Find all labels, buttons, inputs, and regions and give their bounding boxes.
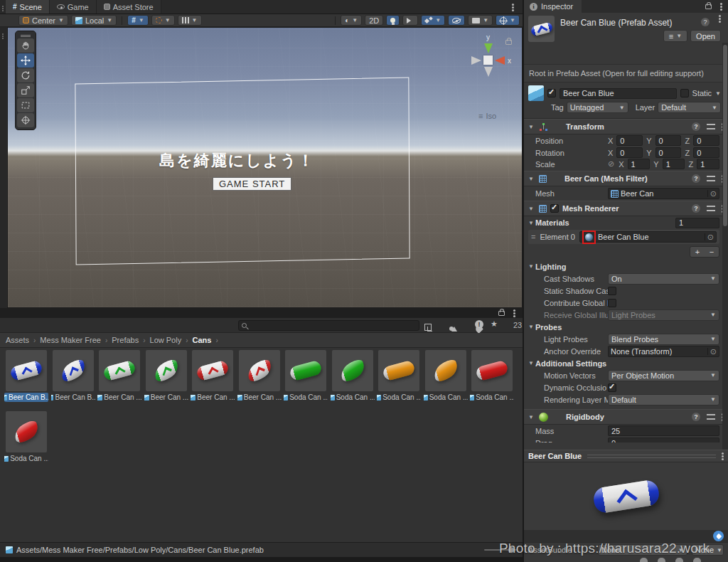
orientation-dropdown[interactable]: Local ▼ <box>71 15 117 26</box>
inspector-lock-icon[interactable] <box>705 4 712 9</box>
asset-thumbnail[interactable] <box>6 350 47 391</box>
transform-component-header[interactable]: ▼ Transform ? <box>524 119 728 134</box>
mesh-filter-component-header[interactable]: ▼ Beer Can (Mesh Filter) ? <box>524 171 728 186</box>
gizmo-y-axis-cone[interactable] <box>484 43 493 53</box>
object-picker-icon[interactable]: ⊙ <box>707 190 717 197</box>
component-enabled-checkbox[interactable] <box>550 204 559 213</box>
rect-tool-button[interactable] <box>17 98 34 112</box>
asset-thumbnail[interactable] <box>285 350 326 391</box>
rigidbody-component-header[interactable]: ▼ Rigidbody ? <box>524 409 728 425</box>
position-z-field[interactable]: 0 <box>693 135 719 146</box>
search-by-type-icon[interactable] <box>449 324 457 331</box>
header-menu-icon[interactable] <box>719 18 721 20</box>
foldout-icon[interactable]: ▼ <box>528 206 535 212</box>
breadcrumb-assets[interactable]: Assets <box>6 336 29 344</box>
tab-game[interactable]: Game <box>50 0 97 14</box>
material-element-row[interactable]: = Element 0 Beer Can Blue ⊙ <box>528 230 719 244</box>
dynamic-occlusion-checkbox[interactable] <box>608 383 616 392</box>
scene-view[interactable]: 島を綺麗にしよう！ GAME START y x ≡ Iso <box>7 27 523 308</box>
scene-window-menu-icon[interactable] <box>512 6 514 9</box>
material-object-field[interactable]: Beer Can Blue ⊙ <box>579 231 717 243</box>
foldout-icon[interactable]: ▼ <box>524 220 535 226</box>
mesh-object-field[interactable]: Beer Can ⊙ <box>608 188 719 199</box>
presets-icon[interactable] <box>707 123 715 130</box>
preview-viewport[interactable] <box>524 462 728 530</box>
preview-header[interactable]: Beer Can Blue <box>524 450 728 462</box>
properties-dropdown-button[interactable]: ≡ ▼ <box>663 30 687 42</box>
gizmo-bottom-axis-cone[interactable] <box>484 67 493 77</box>
scale-y-field[interactable]: 1 <box>663 159 685 169</box>
mesh-renderer-component-header[interactable]: ▼ Mesh Renderer ? <box>524 201 728 216</box>
asset-label[interactable]: Soda Can ... <box>470 393 514 402</box>
scale-x-field[interactable]: 1 <box>628 159 651 169</box>
effects-dropdown[interactable]: ▼ <box>421 15 445 26</box>
inspector-menu-icon[interactable] <box>720 6 722 8</box>
open-search-window-icon[interactable] <box>424 324 432 331</box>
light-probes-dropdown[interactable]: Blend Probes▼ <box>608 334 719 345</box>
asset-thumbnail[interactable] <box>332 350 373 391</box>
asset-label[interactable]: Beer Can ... <box>237 393 282 402</box>
help-icon[interactable]: ? <box>692 122 700 131</box>
game-object-cube-icon[interactable] <box>528 85 544 101</box>
presets-icon[interactable] <box>707 413 715 420</box>
camera-settings-dropdown[interactable]: ▼ <box>468 15 493 26</box>
asset-item[interactable]: Soda Can ... <box>331 350 375 402</box>
inspector-scrollbar[interactable] <box>722 43 728 450</box>
scale-tool-button[interactable] <box>17 83 34 97</box>
drag-field[interactable]: 0 <box>608 438 719 442</box>
layer-dropdown[interactable]: Default ▼ <box>658 102 721 113</box>
palette-drag-handle[interactable] <box>17 33 34 38</box>
project-menu-icon[interactable] <box>513 312 515 314</box>
increment-snap-button[interactable]: ▼ <box>178 15 202 26</box>
asset-labels-button[interactable] <box>713 531 724 541</box>
rotation-snap-button[interactable]: ▼ <box>151 15 175 26</box>
scene-audio-toggle[interactable] <box>402 15 418 26</box>
position-y-field[interactable]: 0 <box>655 135 682 146</box>
projection-mode[interactable]: ≡ Iso <box>478 112 496 120</box>
lighting-section-header[interactable]: ▼ Lighting <box>524 260 728 272</box>
asset-thumbnail[interactable] <box>99 350 140 391</box>
object-picker-icon[interactable]: ⊙ <box>705 233 714 240</box>
breadcrumb-mess-maker-free[interactable]: Mess Maker Free <box>40 336 101 344</box>
probes-section-header[interactable]: ▼ Probes <box>524 321 728 333</box>
asset-label[interactable]: Beer Can B... <box>51 393 95 402</box>
asset-item[interactable]: Soda Can ... <box>470 350 514 402</box>
open-prefab-button[interactable]: Open <box>690 30 721 42</box>
asset-thumbnail[interactable] <box>6 411 47 452</box>
help-icon[interactable]: ? <box>692 174 700 183</box>
importance-filter-icon[interactable]: ! <box>475 320 483 329</box>
mass-field[interactable]: 25 <box>608 425 719 436</box>
asset-item[interactable]: Soda Can ... <box>284 350 328 402</box>
asset-label[interactable]: Soda Can ... <box>377 393 421 402</box>
rotation-z-field[interactable]: 0 <box>693 147 719 158</box>
scrollbar-thumb[interactable] <box>723 45 727 226</box>
grid-snap-button[interactable]: # ▼ <box>127 15 148 26</box>
presets-icon[interactable] <box>707 205 715 212</box>
tab-asset-store[interactable]: Asset Store <box>97 0 161 14</box>
link-constraint-icon[interactable]: ⊘ <box>608 159 614 169</box>
lock-icon[interactable] <box>498 311 505 316</box>
tab-scene[interactable]: # Scene <box>6 0 50 14</box>
help-icon[interactable]: ? <box>692 413 700 421</box>
asset-label[interactable]: Soda Can ... <box>424 393 468 402</box>
favorites-star-icon[interactable]: ★ <box>491 319 498 329</box>
foldout-icon[interactable]: ▼ <box>528 360 535 366</box>
shading-mode-dropdown[interactable]: ◐ ▼ <box>341 15 362 26</box>
asset-thumbnail[interactable] <box>239 350 280 391</box>
hand-tool-button[interactable] <box>17 38 34 53</box>
anchor-override-field[interactable]: None (Transform)⊙ <box>608 346 719 357</box>
game-object-name-field[interactable]: Beer Can Blue <box>560 88 677 99</box>
active-checkbox[interactable] <box>547 89 556 97</box>
asset-thumbnail[interactable] <box>192 350 233 391</box>
asset-label[interactable]: Soda Can ... <box>4 454 48 463</box>
asset-thumbnail[interactable] <box>425 350 466 391</box>
position-x-field[interactable]: 0 <box>616 135 643 146</box>
foldout-icon[interactable]: ▼ <box>528 124 535 130</box>
foldout-icon[interactable]: ▼ <box>528 414 535 420</box>
asset-label[interactable]: Beer Can ... <box>97 393 141 402</box>
presets-icon[interactable] <box>707 175 715 182</box>
asset-item[interactable]: Beer Can ... <box>97 350 141 402</box>
scene-lighting-toggle[interactable] <box>386 15 400 26</box>
asset-item[interactable]: Beer Can ... <box>144 350 188 402</box>
asset-thumbnail[interactable] <box>471 350 513 391</box>
